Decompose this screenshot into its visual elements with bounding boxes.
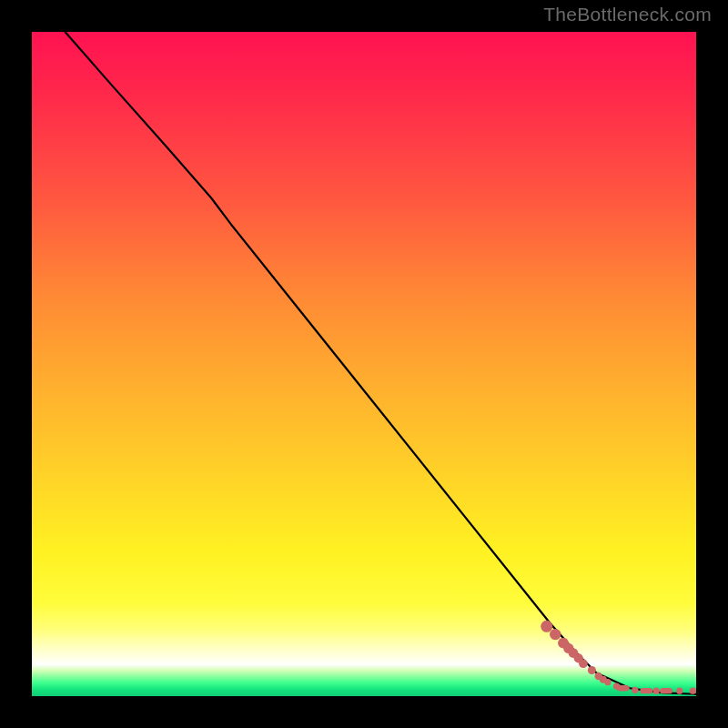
red-dash [617, 685, 630, 691]
chart-frame: TheBottleneck.com [0, 0, 728, 728]
black-curve [66, 32, 697, 694]
red-dash [640, 688, 652, 693]
red-dot [632, 687, 638, 693]
watermark-text: TheBottleneck.com [543, 4, 712, 25]
red-dot [690, 688, 696, 694]
red-dot [550, 629, 561, 640]
red-dot [653, 688, 660, 694]
red-dot [588, 666, 596, 674]
red-dot [541, 621, 552, 632]
red-dot [676, 688, 682, 694]
red-dot [604, 679, 611, 685]
chart-overlay [32, 32, 696, 696]
red-dot [579, 659, 588, 668]
red-dash [660, 688, 672, 693]
plot-area [32, 32, 696, 696]
